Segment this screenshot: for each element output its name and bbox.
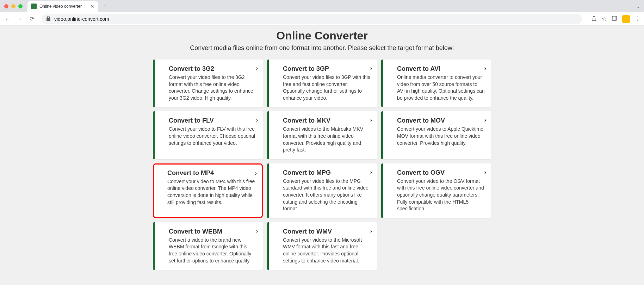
page-subtitle: Convert media files online from one form… [0,44,644,52]
card-title: Convert to FLV [169,117,256,124]
card-desc: Convert your video files to 3GP with thi… [283,74,371,101]
card-desc: Convert your video to the OGV format wit… [397,178,485,212]
card-convert-mkv[interactable]: Convert to MKV Convert videos to the Mat… [267,111,377,159]
card-title: Convert to OGV [397,169,485,176]
card-desc: Online media converter to convert your v… [397,74,485,101]
chevron-right-icon: › [256,65,258,72]
back-button[interactable]: ← [4,15,12,23]
card-convert-mov[interactable]: Convert to MOV Convert your videos to Ap… [381,111,491,159]
card-convert-avi[interactable]: Convert to AVI Online media converter to… [381,60,491,107]
chevron-right-icon: › [256,228,258,234]
card-convert-3g2[interactable]: Convert to 3G2 Convert your video files … [153,60,263,107]
card-title: Convert to MPG [283,169,371,176]
page-content: Online Converter Convert media files onl… [0,26,644,285]
card-desc: Convert videos to the Matroska MKV forma… [283,126,371,153]
card-title: Convert to MKV [283,117,371,124]
chevron-right-icon: › [370,228,372,234]
menu-icon[interactable]: ⋮ [635,16,640,22]
address-bar[interactable]: video.online-convert.com [42,14,582,24]
chevron-right-icon: › [370,117,372,123]
browser-toolbar: ← → ⟳ video.online-convert.com ☆ ⋮ [0,12,644,26]
chevron-right-icon: › [484,117,486,123]
chevron-right-icon: › [484,169,486,175]
card-desc: Convert a video to the brand new WEBM fo… [169,237,256,264]
card-desc: Convert your videos to the Microsoft WMV… [283,237,371,264]
card-desc: Convert your video to FLV with this free… [169,126,256,147]
sidepanel-icon[interactable] [612,16,617,23]
card-convert-3gp[interactable]: Convert to 3GP Convert your video files … [267,60,377,107]
card-title: Convert to WEBM [169,228,256,235]
tabs-overflow-icon[interactable]: ⌄ [636,4,640,9]
chevron-right-icon: › [370,65,372,72]
converter-cards-grid: Convert to 3G2 Convert your video files … [153,60,491,270]
card-convert-webm[interactable]: Convert to WEBM Convert a video to the b… [153,222,263,270]
share-icon[interactable] [591,16,597,23]
extension-icon[interactable] [622,15,630,23]
bookmark-icon[interactable]: ☆ [602,16,607,22]
card-desc: Convert your video files to the 3G2 form… [169,74,256,101]
lock-icon [47,16,51,22]
card-convert-flv[interactable]: Convert to FLV Convert your video to FLV… [153,111,263,159]
card-title: Convert to 3GP [283,65,371,73]
card-title: Convert to 3G2 [169,65,256,73]
card-desc: Convert your video to MP4 with this free… [167,178,256,206]
browser-tab-strip: Online video converter ✕ + ⌄ [0,0,644,12]
card-title: Convert to MOV [397,117,485,124]
tabs-row: Online video converter ✕ + [27,0,110,12]
close-tab-icon[interactable]: ✕ [90,4,94,9]
card-convert-wmv[interactable]: Convert to WMV Convert your videos to th… [267,222,377,270]
svg-rect-1 [612,16,617,20]
chevron-right-icon: › [255,170,257,176]
new-tab-button[interactable]: + [100,1,110,11]
reload-button[interactable]: ⟳ [27,15,36,23]
card-desc: Convert your video files to the MPG stan… [283,178,371,212]
card-convert-mp4[interactable]: Convert to MP4 Convert your video to MP4… [153,163,263,218]
window-controls [4,4,23,8]
chevron-right-icon: › [484,65,486,72]
url-text: video.online-convert.com [54,16,109,22]
card-convert-ogv[interactable]: Convert to OGV Convert your video to the… [381,163,491,218]
tab-title: Online video converter [39,4,87,9]
card-convert-mpg[interactable]: Convert to MPG Convert your video files … [267,163,377,218]
tab-favicon-icon [31,4,37,9]
card-title: Convert to MP4 [167,169,256,177]
card-desc: Convert your videos to Apple Quicktime M… [397,126,485,147]
maximize-window-button[interactable] [18,4,23,8]
minimize-window-button[interactable] [11,4,16,8]
toolbar-right-icons: ☆ ⋮ [591,15,640,23]
chevron-right-icon: › [256,117,258,123]
card-title: Convert to WMV [283,228,371,235]
forward-button[interactable]: → [16,15,24,23]
page-title: Online Converter [0,29,644,42]
chevron-right-icon: › [370,169,372,175]
card-title: Convert to AVI [397,65,485,73]
close-window-button[interactable] [4,4,8,8]
browser-tab[interactable]: Online video converter ✕ [27,1,98,12]
